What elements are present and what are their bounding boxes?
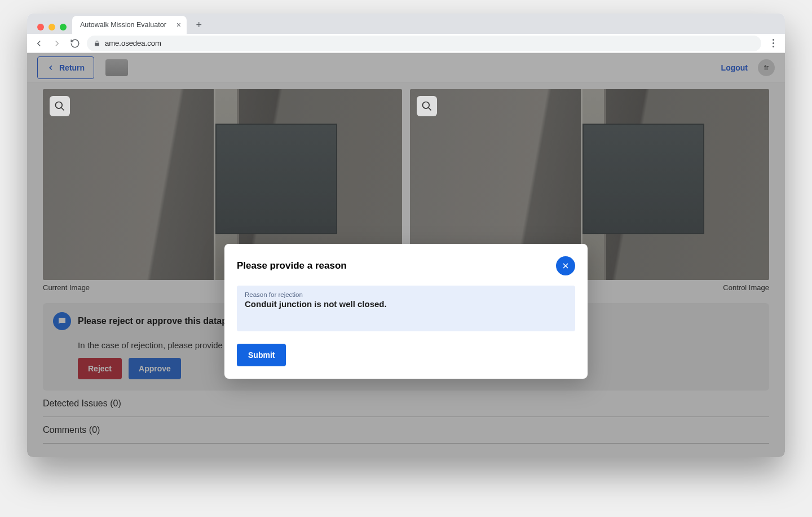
- maximize-window-icon[interactable]: [60, 24, 67, 30]
- address-bar[interactable]: ame.osedea.com: [87, 36, 761, 51]
- modal-close-button[interactable]: [556, 256, 575, 275]
- tab-title: Autowalk Mission Evaluator: [80, 21, 166, 29]
- close-icon: [561, 261, 570, 270]
- svg-point-0: [56, 102, 63, 109]
- search-icon: [54, 100, 65, 112]
- address-bar-row: ame.osedea.com: [27, 34, 785, 53]
- reason-modal: Please provide a reason Reason for rejec…: [224, 244, 588, 379]
- back-icon[interactable]: [33, 37, 45, 50]
- svg-point-2: [423, 102, 430, 109]
- close-tab-icon[interactable]: ×: [176, 20, 181, 29]
- zoom-button-left[interactable]: [50, 96, 70, 116]
- submit-button[interactable]: Submit: [237, 344, 286, 366]
- reload-icon[interactable]: [69, 37, 81, 50]
- minimize-window-icon[interactable]: [48, 24, 55, 30]
- browser-menu-icon[interactable]: [767, 39, 779, 47]
- svg-line-3: [429, 108, 431, 111]
- rejection-reason-input[interactable]: Conduit junction is not well closed.: [245, 299, 567, 309]
- search-icon: [421, 100, 433, 112]
- zoom-button-right[interactable]: [417, 96, 437, 116]
- close-window-icon[interactable]: [37, 24, 44, 30]
- browser-chrome: Autowalk Mission Evaluator × + ame.osede…: [27, 14, 785, 53]
- new-tab-button[interactable]: +: [191, 17, 207, 33]
- app-viewport: Return Logout fr Cur: [27, 53, 785, 457]
- rejection-reason-field[interactable]: Reason for rejection Conduit junction is…: [237, 286, 575, 331]
- window-controls: [34, 24, 72, 34]
- browser-tab[interactable]: Autowalk Mission Evaluator ×: [72, 16, 187, 34]
- field-label: Reason for rejection: [245, 291, 567, 298]
- modal-title: Please provide a reason: [237, 260, 347, 271]
- svg-line-1: [61, 108, 64, 111]
- forward-icon[interactable]: [51, 37, 63, 50]
- browser-window: Autowalk Mission Evaluator × + ame.osede…: [27, 14, 785, 457]
- lock-icon: [94, 40, 100, 47]
- url-text: ame.osedea.com: [105, 39, 161, 47]
- tab-strip: Autowalk Mission Evaluator × +: [27, 14, 785, 34]
